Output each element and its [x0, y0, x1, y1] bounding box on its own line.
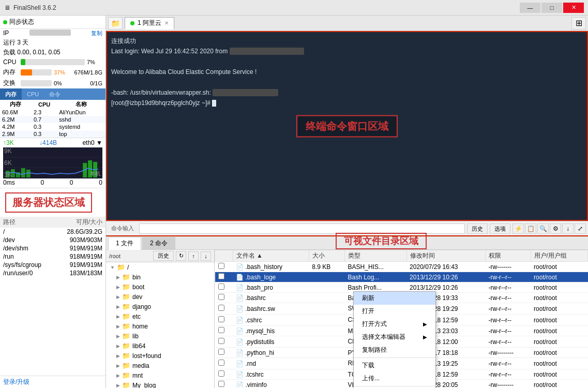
ctx-open[interactable]: 打开 [354, 305, 435, 318]
file-check[interactable] [215, 303, 233, 315]
file-icon: 📄 [236, 381, 244, 389]
col-type[interactable]: 类型 [345, 250, 407, 262]
file-size: 8.9 KB [309, 262, 344, 272]
tree-item[interactable]: ▶ 📁 dev [106, 292, 214, 302]
history-button[interactable]: 历史 [467, 223, 488, 234]
disk-path: /run [3, 253, 14, 260]
file-check[interactable] [215, 336, 233, 348]
file-size [309, 293, 344, 303]
tab-mem[interactable]: 内存 [0, 88, 22, 100]
tab-commands[interactable]: 2 命令 [142, 237, 175, 249]
ctx-copy-path[interactable]: 复制路径 [354, 344, 435, 356]
tree-item[interactable]: ▶ 📁 mnt [106, 370, 214, 380]
tree-item[interactable]: ▶ 📁 boot [106, 282, 214, 292]
close-button[interactable]: ✕ [563, 3, 584, 13]
col-size[interactable]: 大小 [309, 250, 344, 262]
option-button[interactable]: 选项 [490, 223, 510, 234]
file-check[interactable] [215, 282, 233, 293]
file-check[interactable] [215, 380, 233, 389]
net-upload: ↑3K [3, 139, 14, 146]
tree-item[interactable]: ▶ 📁 bin [106, 272, 214, 282]
tab-close-button[interactable]: ✕ [164, 20, 169, 26]
download-cmd-button[interactable]: ↓ [562, 223, 574, 234]
server-status-label-area: 服务器状态区域 [0, 188, 105, 217]
proc-cpu: 0.7 [32, 116, 57, 123]
ip-row: IP 复制 [0, 29, 105, 38]
tree-arrow: ▶ [116, 294, 120, 300]
context-menu: 刷新 打开 打开方式▶ 选择文本编辑器▶ 复制路径 下载 上传... [353, 291, 436, 388]
tab-cpu[interactable]: CPU [22, 88, 44, 100]
proc-col-cpu: CPU [32, 100, 57, 109]
folder-button[interactable]: 📁 [108, 17, 123, 29]
file-check[interactable] [215, 315, 233, 326]
file-modified: 2013/12/29 10:26 [406, 272, 485, 282]
ctx-upload[interactable]: 上传... [354, 372, 435, 385]
tree-item[interactable]: ▶ 📁 home [106, 321, 214, 331]
login-upgrade-button[interactable]: 登录/升级 [3, 378, 29, 386]
file-name: 📄 .rnd [233, 358, 309, 369]
file-size [309, 326, 344, 336]
ctx-refresh[interactable]: 刷新 [354, 292, 435, 305]
upload-btn[interactable]: ↑ [188, 251, 199, 261]
tree-item[interactable]: ▶ 📁 django [106, 302, 214, 311]
table-row[interactable]: 📄 .bash_history 8.9 KB BASH_HIS... 2020/… [215, 262, 588, 272]
terminal[interactable]: 连接成功 Last login: Wed Jul 29 16:42:52 202… [106, 31, 588, 221]
command-input[interactable] [139, 223, 465, 234]
col-modified[interactable]: 修改时间 [406, 250, 485, 262]
clipboard-button[interactable]: 📋 [525, 223, 536, 234]
cpu-bar-fill [21, 59, 25, 65]
lightning-button[interactable]: ⚡ [512, 223, 524, 234]
file-size [309, 348, 344, 358]
grid-layout-button[interactable]: ⊞ [571, 17, 586, 29]
process-row: 60.6M 2.3 AliYunDun [0, 109, 105, 116]
table-row[interactable]: 📄 .bash_loge Bash Log... 2013/12/29 10:2… [215, 272, 588, 282]
tree-item[interactable]: ▶ 📁 My_blog [106, 380, 214, 388]
file-check[interactable] [215, 358, 233, 369]
tree-item[interactable]: ▶ 📁 lib64 [106, 341, 214, 351]
expand-button[interactable]: ⤢ [575, 223, 586, 234]
minimize-button[interactable]: — [520, 3, 540, 13]
tree-item[interactable]: ▼ 📁 / [106, 262, 214, 272]
bottom-panel: 1 文件 2 命令 可视文件目录区域 /root 历史 ↻ ↑ ↓ [106, 235, 588, 388]
maximize-button[interactable]: □ [541, 3, 562, 13]
tree-arrow: ▶ [116, 353, 120, 359]
col-owner[interactable]: 用户/用户组 [531, 250, 587, 262]
mem-value: 676M/1.8G [71, 69, 102, 76]
file-check[interactable] [215, 348, 233, 358]
copy-ip-button[interactable]: 复制 [91, 29, 102, 37]
file-check[interactable] [215, 272, 233, 282]
file-size [309, 369, 344, 380]
mem-bar-fill [21, 69, 32, 76]
refresh-path-btn[interactable]: ↻ [176, 251, 186, 261]
file-check[interactable] [215, 369, 233, 380]
tree-item[interactable]: ▶ 📁 media [106, 361, 214, 370]
ctx-download[interactable]: 下载 [354, 359, 435, 372]
col-perm[interactable]: 权限 [485, 250, 531, 262]
tree-item-name: lost+found [132, 352, 161, 360]
tab-files[interactable]: 1 文件 [108, 237, 141, 250]
file-check[interactable] [215, 293, 233, 303]
swap-pct: 0% [54, 80, 69, 86]
file-list: 刷新 打开 打开方式▶ 选择文本编辑器▶ 复制路径 下载 上传... [215, 250, 588, 388]
col-name[interactable]: 文件名 ▲ [233, 250, 309, 262]
file-type: Bash Log... [345, 272, 407, 282]
file-check[interactable] [215, 326, 233, 336]
terminal-line-1: 连接成功 [111, 36, 583, 46]
ctx-open-with[interactable]: 打开方式▶ [354, 318, 435, 331]
server-tab-aliyun[interactable]: 1 阿里云 ✕ [125, 17, 174, 29]
top-tabbar: 📁 1 阿里云 ✕ ⊞ [106, 16, 588, 31]
path-history-btn[interactable]: 历史 [153, 251, 174, 261]
tree-item[interactable]: ▶ 📁 etc [106, 311, 214, 321]
proc-mem: 6.2M [0, 116, 32, 123]
search-button[interactable]: 🔍 [537, 223, 549, 234]
file-perm: -rw-r--r-- [485, 282, 531, 293]
net-y-6k: 6K [4, 159, 12, 167]
tree-item[interactable]: ▶ 📁 lost+found [106, 351, 214, 361]
tree-item[interactable]: ▶ 📁 lib [106, 331, 214, 341]
ctx-text-editor[interactable]: 选择文本编辑器▶ [354, 331, 435, 344]
download-btn[interactable]: ↓ [201, 251, 211, 261]
tab-cmd[interactable]: 命令 [44, 88, 66, 100]
file-check[interactable] [215, 262, 233, 272]
settings-button[interactable]: ⚙ [550, 223, 561, 234]
net-interface-selector[interactable]: eth0 ▼ [82, 139, 102, 146]
